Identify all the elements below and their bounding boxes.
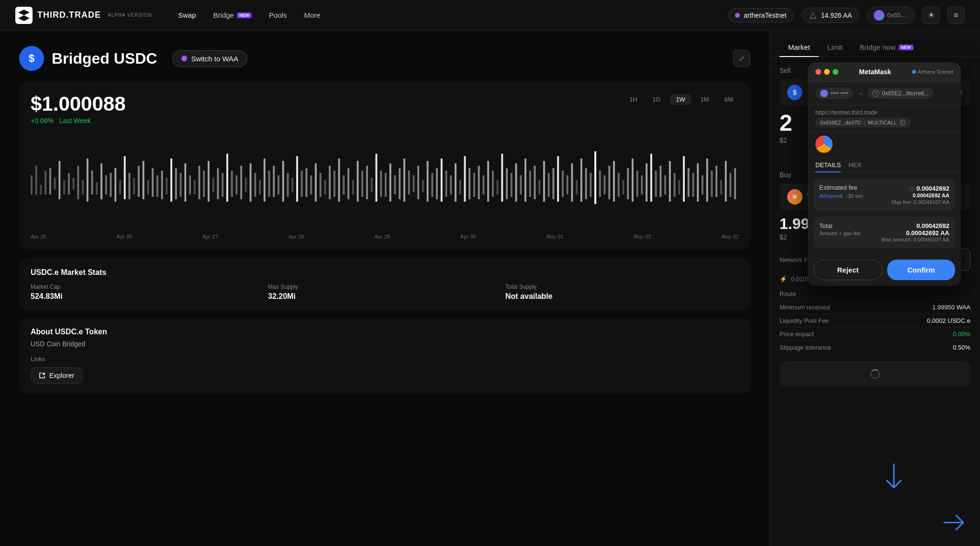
svg-rect-71 [357,161,359,202]
price-impact-row: Price impact 0.00% [780,328,970,341]
mm-to-account[interactable]: ? 0x65E2...blurred... [868,88,934,99]
mm-header: MetaMask Arthera Testnet [808,62,961,82]
mm-advanced-time: -30 sec [846,193,863,199]
nav-more[interactable]: More [297,8,327,22]
mm-transfer-arrow: → [857,90,864,97]
svg-rect-49 [254,173,256,197]
svg-rect-28 [156,175,158,197]
nav-bridge[interactable]: Bridge NEW [207,8,258,22]
svg-rect-114 [557,156,559,202]
mm-from-account[interactable]: •••• •••• [815,88,853,99]
svg-rect-107 [524,159,526,202]
time-1m[interactable]: 1M [695,94,715,105]
mm-maximize-button[interactable] [833,69,838,75]
tab-limit[interactable]: Limit [819,38,851,57]
explorer-button[interactable]: Explorer [31,367,82,384]
svg-rect-75 [376,154,378,202]
time-1w[interactable]: 1W [670,94,691,105]
tab-market[interactable]: Market [780,38,819,57]
mm-tab-hex[interactable]: HEX [848,159,861,172]
tab-bridge[interactable]: Bridge now NEW [851,38,922,57]
token-price: $1.000088 [31,94,126,114]
swap-tabs: Market Limit Bridge now NEW [770,31,980,57]
svg-rect-38 [203,171,205,197]
mm-title: MetaMask [859,68,891,76]
svg-rect-35 [189,175,191,194]
svg-rect-150 [725,161,727,202]
svg-rect-86 [427,161,429,202]
svg-rect-95 [468,168,470,199]
mm-tab-details[interactable]: DETAILS [815,159,841,172]
mm-close-button[interactable] [815,69,821,75]
svg-rect-57 [291,178,293,192]
svg-rect-139 [674,173,676,197]
mm-to-addr-text: 0x65E2...blurred... [882,90,929,97]
mm-reject-button[interactable]: Reject [813,260,882,280]
mm-contract-info[interactable]: 0x658E2...de37D : MULTICALL ℹ [815,118,910,127]
mm-advanced-link[interactable]: Advanced -30 sec [819,193,863,199]
theme-toggle-button[interactable]: ☀ [923,7,940,24]
min-received-val: 1.99950 WAA [932,304,970,311]
svg-rect-19 [114,168,116,202]
wallet-circle [874,10,884,21]
switch-waa-button[interactable]: Switch to WAA [172,50,247,67]
menu-button[interactable]: ≡ [947,7,965,24]
mm-contract-info-icon[interactable]: ℹ [900,120,905,125]
svg-rect-88 [436,168,438,199]
svg-rect-40 [212,178,214,192]
wallet-info[interactable]: 0x65.... [867,7,915,24]
buy-token-icon: W [787,189,802,205]
chart-header: $1.000088 +0.06% Last Week 1H 1D 1W 1M 6… [31,94,739,125]
svg-rect-92 [455,163,457,202]
explorer-label: Explorer [49,372,74,379]
logo-text: THIRD.TRADE [37,10,101,20]
svg-rect-72 [361,171,363,197]
svg-rect-30 [166,178,167,194]
svg-rect-140 [678,180,680,194]
time-filters: 1H 1D 1W 1M 6M [624,94,739,105]
mm-network-label: Arthera Testnet [918,69,953,75]
mm-fee-section: Estimated fee Advanced -30 sec ⬡ 0.00042… [813,178,955,211]
svg-rect-29 [161,171,163,199]
svg-rect-81 [403,159,405,202]
svg-rect-18 [110,173,112,197]
svg-rect-44 [231,171,233,197]
svg-rect-9 [68,173,70,194]
mm-confirm-button[interactable]: Confirm [887,260,955,280]
svg-rect-91 [450,175,452,194]
svg-rect-115 [562,171,564,197]
svg-rect-73 [366,166,368,199]
svg-rect-143 [692,173,694,197]
aa-icon [809,11,817,20]
svg-rect-1 [31,175,33,194]
price-impact-val: 0.00% [953,330,970,338]
time-6m[interactable]: 6M [719,94,739,105]
time-1h[interactable]: 1H [624,94,643,105]
about-desc: USD Coin Bridged [31,340,739,348]
time-1d[interactable]: 1D [647,94,667,105]
svg-rect-132 [641,175,643,194]
mm-site-section: https://testnet.third.trade 0x658E2...de… [808,105,961,132]
swap-submit-button[interactable] [780,362,970,387]
nav-swap[interactable]: Swap [171,8,203,22]
svg-rect-2 [35,166,37,194]
svg-rect-136 [659,166,661,197]
svg-rect-60 [305,168,307,197]
svg-rect-120 [585,168,587,199]
expand-button[interactable]: ⤢ [733,50,750,67]
price-change: +0.06% Last Week [31,117,126,125]
svg-rect-138 [669,161,671,202]
slippage-val: 0.50% [953,344,970,351]
svg-rect-145 [702,175,703,194]
nav-pools[interactable]: Pools [262,8,294,22]
network-button[interactable]: artheraTestnet [728,8,794,23]
market-cap-stat: Market Cap 524.83Mi [31,284,264,301]
svg-rect-22 [128,173,130,199]
svg-rect-16 [100,163,102,199]
svg-rect-125 [608,166,610,199]
mm-minimize-button[interactable] [824,69,830,75]
svg-rect-123 [599,171,601,197]
aa-balance[interactable]: 14.926 AA [802,8,859,23]
about-card: About USDC.e Token USD Coin Bridged Link… [19,318,750,393]
svg-rect-5 [49,168,51,194]
